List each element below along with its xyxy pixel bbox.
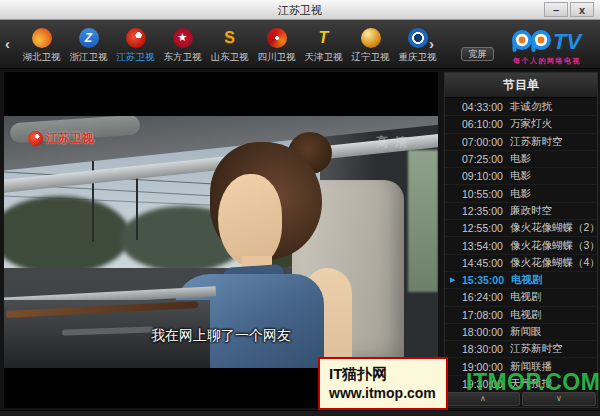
program-name: 电影: [510, 152, 531, 166]
program-time: 17:08:00: [462, 309, 503, 321]
rear-window-view: [408, 150, 438, 292]
program-name: 像火花像蝴蝶（2）: [510, 221, 597, 235]
program-time: 09:10:00: [462, 170, 503, 182]
program-time: 06:10:00: [462, 118, 503, 130]
program-time: 12:35:00: [462, 205, 503, 217]
widescreen-button[interactable]: 宽屏: [461, 47, 494, 61]
minimize-button[interactable]: –: [544, 2, 568, 17]
channel-logo-icon: [126, 28, 146, 48]
program-name: 电视剧: [510, 290, 542, 304]
channel-label: 天津卫视: [305, 51, 343, 64]
content-area: 江苏卫视 高清 我在网上聊了一个网友 节目单 ▶ 04:33:00 非诚勿扰 ▶…: [0, 69, 600, 410]
channel-logo-icon: Z: [79, 28, 99, 48]
channel-logo-icon: [32, 28, 52, 48]
program-time: 16:24:00: [462, 291, 503, 303]
program-name: 江苏新时空: [510, 135, 563, 149]
channel-watermark: 江苏卫视: [28, 130, 94, 147]
program-time: 18:00:00: [462, 326, 503, 338]
close-button[interactable]: x: [570, 2, 594, 17]
channel-logo-icon: T: [314, 28, 334, 48]
program-time: 18:30:00: [462, 343, 503, 355]
channel-label: 山东卫视: [211, 51, 249, 64]
channel-label: 四川卫视: [258, 51, 296, 64]
channel-tabs: 湖北卫视 Z 浙江卫视 江苏卫视 ★ 东方卫视 S 山东卫视 四川卫视 T 天津…: [18, 20, 441, 69]
window-bottom-frame: [0, 410, 600, 416]
program-row[interactable]: ▶ 12:55:00 像火花像蝴蝶（2）: [445, 220, 597, 237]
itmop-watermark-url: www.itmop.com: [329, 385, 446, 401]
itmop-watermark-title: IT猫扑网: [329, 365, 446, 384]
tabs-scroll-left-icon[interactable]: ‹: [5, 35, 10, 52]
program-row[interactable]: ▶ 12:35:00 廉政时空: [445, 203, 597, 220]
window-titlebar: 江苏卫视 – x: [0, 0, 600, 20]
video-subtitle: 我在网上聊了一个网友: [4, 327, 438, 345]
program-panel-title: 节目单: [445, 73, 597, 98]
video-picture: 江苏卫视 高清 我在网上聊了一个网友: [4, 116, 438, 368]
program-panel: 节目单 ▶ 04:33:00 非诚勿扰 ▶ 06:10:00 万家灯火 ▶ 07…: [444, 72, 598, 408]
program-row[interactable]: ▶ 14:45:00 像火花像蝴蝶（4）: [445, 255, 597, 272]
jiangsu-tv-icon: [28, 131, 43, 146]
channel-tab[interactable]: S 山东卫视: [206, 20, 253, 69]
program-time: 04:33:00: [462, 101, 503, 113]
program-name: 电影: [510, 187, 531, 201]
channel-tab[interactable]: ★ 东方卫视: [159, 20, 206, 69]
channel-tab[interactable]: 江苏卫视: [112, 20, 159, 69]
channel-label: 辽宁卫视: [352, 51, 390, 64]
program-time: 10:55:00: [462, 188, 503, 200]
itmop-green-watermark: ITMOP.COM: [466, 369, 600, 396]
window-title: 江苏卫视: [0, 3, 600, 18]
channel-logo-icon: S: [220, 28, 240, 48]
svg-text:TV: TV: [553, 29, 583, 54]
channel-label: 湖北卫视: [23, 51, 61, 64]
channel-tab[interactable]: 四川卫视: [253, 20, 300, 69]
program-row[interactable]: ▶ 18:00:00 新闻眼: [445, 324, 597, 341]
pptv-logo-icon: TV: [511, 26, 595, 56]
program-row[interactable]: ▶ 18:30:00 江苏新时空: [445, 341, 597, 358]
hd-badge: 高清: [376, 134, 414, 151]
program-list: ▶ 04:33:00 非诚勿扰 ▶ 06:10:00 万家灯火 ▶ 07:00:…: [445, 99, 597, 393]
channel-tab-bar: ‹ 湖北卫视 Z 浙江卫视 江苏卫视 ★ 东方卫视 S 山东卫视 四川卫视 T …: [0, 20, 600, 69]
program-time: 07:00:00: [462, 136, 503, 148]
program-name: 万家灯火: [510, 117, 552, 131]
program-time: 15:35:00: [462, 274, 504, 286]
itmop-watermark-box: IT猫扑网 www.itmop.com: [318, 357, 448, 410]
program-name: 廉政时空: [510, 204, 552, 218]
program-time: 13:54:00: [462, 240, 503, 252]
program-name: 新闻眼: [510, 325, 542, 339]
program-name: 电影: [510, 169, 531, 183]
jiangsu-tv-text: 江苏卫视: [46, 130, 94, 147]
channel-label: 江苏卫视: [117, 51, 155, 64]
program-row[interactable]: ▶ 09:10:00 电影: [445, 168, 597, 185]
channel-tab[interactable]: Z 浙江卫视: [65, 20, 112, 69]
program-name: 电视剧: [510, 308, 542, 322]
program-name: 像火花像蝴蝶（3）: [510, 239, 597, 253]
channel-label: 东方卫视: [164, 51, 202, 64]
pptv-tagline: 每个人的网络电视: [513, 56, 581, 66]
program-row[interactable]: ▶ 06:10:00 万家灯火: [445, 116, 597, 133]
program-row[interactable]: ▶ 04:33:00 非诚勿扰: [445, 99, 597, 116]
channel-tab[interactable]: 湖北卫视: [18, 20, 65, 69]
program-row[interactable]: ▶ 07:25:00 电影: [445, 151, 597, 168]
channel-logo-icon: [408, 28, 428, 48]
program-row[interactable]: ▶ 16:24:00 电视剧: [445, 289, 597, 306]
program-time: 07:25:00: [462, 153, 503, 165]
program-time: 14:45:00: [462, 257, 503, 269]
program-name: 非诚勿扰: [510, 100, 552, 114]
channel-logo-icon: ★: [173, 28, 193, 48]
program-row[interactable]: ▶ 15:35:00 电视剧: [445, 272, 597, 289]
channel-logo-icon: [267, 28, 287, 48]
channel-logo-icon: [361, 28, 381, 48]
tabs-scroll-right-icon[interactable]: ›: [429, 35, 434, 52]
channel-tab[interactable]: T 天津卫视: [300, 20, 347, 69]
program-row[interactable]: ▶ 13:54:00 像火花像蝴蝶（3）: [445, 237, 597, 254]
program-row[interactable]: ▶ 07:00:00 江苏新时空: [445, 134, 597, 151]
program-row[interactable]: ▶ 10:55:00 电影: [445, 185, 597, 202]
app-window: 江苏卫视 – x ‹ 湖北卫视 Z 浙江卫视 江苏卫视 ★ 东方卫视 S 山东卫…: [0, 0, 600, 416]
now-playing-icon: ▶: [450, 276, 455, 284]
program-name: 像火花像蝴蝶（4）: [510, 256, 597, 270]
program-row[interactable]: ▶ 17:08:00 电视剧: [445, 307, 597, 324]
pptv-logo: TV 每个人的网络电视: [511, 26, 595, 68]
woman-face: [218, 174, 282, 266]
channel-tab[interactable]: 辽宁卫视: [347, 20, 394, 69]
program-name: 江苏新时空: [510, 342, 563, 356]
channel-label: 重庆卫视: [399, 51, 437, 64]
